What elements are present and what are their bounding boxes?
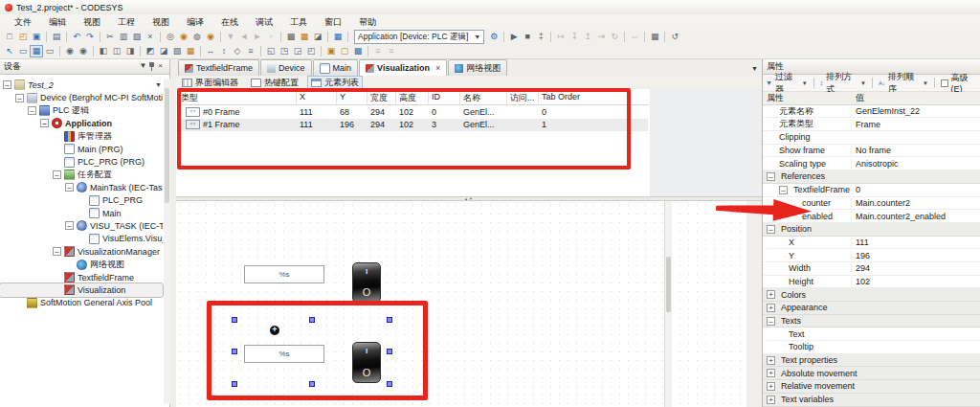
bring-forward-icon[interactable]: ◲ [291, 45, 304, 57]
selection-handle[interactable] [387, 349, 392, 354]
menu-debug[interactable]: 调试 [247, 14, 281, 30]
visu-replace-icon[interactable]: ◉ [77, 45, 90, 57]
selection-handle[interactable] [387, 317, 392, 323]
expander-icon[interactable] [15, 94, 24, 102]
bookmark-clear-icon[interactable]: ▫ [264, 31, 278, 43]
menu-view[interactable]: 视图 [75, 14, 109, 30]
prop-x[interactable]: X 111 [763, 237, 980, 250]
col-taborder[interactable]: Tab Order [539, 90, 648, 104]
bring-front-icon[interactable]: ◱ [264, 45, 278, 57]
menu-online[interactable]: 在线 [212, 14, 247, 30]
selection-handle[interactable] [387, 381, 392, 387]
run-to-cursor-icon[interactable]: ⇥ [594, 31, 608, 43]
new-object-dropdown-icon[interactable]: ▦ [298, 31, 311, 43]
search-replace-icon[interactable]: ◉ [177, 31, 190, 43]
stop-icon[interactable]: ■ [521, 31, 534, 43]
expander-icon[interactable] [53, 170, 61, 179]
refresh-icon[interactable]: ↺ [668, 31, 681, 43]
tree-item-visualization[interactable]: Visualization [0, 283, 163, 296]
scrollbar-thumb[interactable] [165, 88, 169, 203]
send-back-icon[interactable]: ◳ [278, 45, 291, 57]
col-y[interactable]: Y [337, 90, 368, 104]
prop-textfieldframe[interactable]: TextfieldFrame 0 [763, 184, 980, 197]
rocker-switch-element-frame0[interactable]: I O [352, 262, 381, 303]
spacing-icon[interactable]: ≡ [244, 45, 257, 57]
force-values-icon[interactable]: ⇔ [628, 31, 641, 43]
selection-handle[interactable] [309, 381, 315, 387]
tab-overflow-icon[interactable]: ▼ [749, 63, 760, 74]
align-top-icon[interactable]: ◩ [144, 45, 157, 57]
menu-window[interactable]: 窗口 [316, 14, 350, 30]
prop-height[interactable]: Height 102 [763, 276, 980, 289]
section-colors[interactable]: Colors [763, 288, 980, 302]
expander-icon[interactable] [53, 247, 61, 256]
save-icon[interactable]: ▣ [30, 31, 43, 43]
group-icon[interactable]: ▣ [324, 45, 338, 57]
tree-item-device[interactable]: Device (Berghof MC-PI SoftMotion Control… [0, 91, 163, 103]
menu-file[interactable]: 文件 [6, 14, 40, 30]
section-references[interactable]: References [763, 170, 980, 184]
col-type[interactable]: 类型 [178, 90, 297, 104]
tree-item-project[interactable]: Test_2 [0, 79, 163, 91]
rocker-switch-element-frame1[interactable]: I O [352, 342, 381, 383]
menu-help[interactable]: 帮助 [350, 14, 385, 30]
align-right-icon[interactable]: ◨ [123, 45, 137, 57]
expander-icon[interactable] [767, 172, 775, 181]
same-height-icon[interactable]: ↕ [217, 45, 231, 57]
copy-icon[interactable]: ▥ [117, 31, 130, 43]
section-position[interactable]: Position [763, 223, 980, 237]
open-project-icon[interactable]: ◰ [16, 31, 30, 43]
col-id[interactable]: ID [429, 90, 460, 104]
expander-icon[interactable] [3, 80, 11, 89]
tree-item-maintask-plc-prg[interactable]: PLC_PRG [0, 194, 163, 207]
interface-editor-button[interactable]: 界面编辑器 [179, 77, 241, 88]
advanced-checkbox[interactable] [941, 79, 948, 87]
prop-enabled[interactable]: enabled Main.counter2_enabled [763, 210, 980, 223]
watch-table-icon[interactable]: ▦ [648, 31, 661, 43]
tree-item-task-config[interactable]: 任务配置 [0, 169, 163, 181]
prop-element-type[interactable]: 元素类型 Frame [763, 118, 980, 131]
close-icon[interactable]: × [155, 61, 166, 72]
tree-item-plc-prg[interactable]: PLC_PRG (PRG) [0, 155, 163, 168]
redo-icon[interactable]: ↷ [83, 31, 97, 43]
prop-clipping[interactable]: Clipping [763, 131, 980, 145]
selection-handle[interactable] [232, 317, 237, 323]
section-relative-movement[interactable]: Relative movement [763, 380, 980, 394]
tree-item-visu-manager[interactable]: VisualizationManager [0, 245, 163, 258]
start-icon[interactable]: ▶ [507, 31, 521, 43]
expander-icon[interactable] [40, 119, 49, 127]
col-name[interactable]: 名称 [460, 90, 507, 104]
textfield-element-frame1[interactable]: %s [244, 345, 324, 363]
prop-width[interactable]: Width 294 [763, 262, 980, 276]
expander-icon[interactable] [767, 304, 775, 312]
expander-icon[interactable] [767, 290, 775, 299]
bookmark-next-icon[interactable]: ► [251, 31, 264, 43]
tree-item-axis-pool[interactable]: SoftMotion General Axis Pool [0, 297, 163, 309]
selection-handle[interactable] [309, 317, 315, 323]
login-icon[interactable]: ⚙ [487, 31, 501, 43]
expander-icon[interactable] [767, 396, 775, 404]
prop-tooltip[interactable]: Tooltip [763, 341, 980, 354]
calendar-grid-icon[interactable]: ▦ [331, 31, 345, 43]
menu-edit[interactable]: 编辑 [40, 14, 75, 30]
ungroup-icon[interactable]: ▢ [338, 45, 351, 57]
expander-icon[interactable] [767, 225, 775, 234]
section-text-variables[interactable]: Text variables [763, 394, 980, 407]
align-center-icon[interactable]: ◫ [110, 45, 123, 57]
prop-y[interactable]: Y 196 [763, 249, 980, 262]
undo-icon[interactable]: ↶ [70, 31, 83, 43]
tree-item-maintask-main[interactable]: Main [0, 207, 163, 219]
reset-icon[interactable]: ↻ [608, 31, 621, 43]
active-application-combo[interactable]: Application [Device: PLC 逻辑] ▼ [354, 30, 484, 44]
align-middle-icon[interactable]: ◪ [157, 45, 170, 57]
element-list-button[interactable]: 元素列表 [308, 77, 362, 88]
selection-handle[interactable] [232, 381, 237, 387]
cut-icon[interactable]: ✂ [103, 31, 117, 43]
table-row-frame1[interactable]: <>#1 Frame 111 196 294 102 3 GenEl... 1 [178, 119, 648, 132]
prop-element-name[interactable]: 元素名称 GenElemInst_22 [763, 105, 980, 119]
close-tab-icon[interactable]: × [435, 63, 440, 73]
tree-item-textfieldframe[interactable]: TextfieldFrame [0, 271, 163, 283]
col-height[interactable]: 高度 [396, 90, 429, 104]
prop-scaling-type[interactable]: Scaling type Anisotropic [763, 157, 980, 170]
paste-icon[interactable]: ▧ [130, 31, 144, 43]
